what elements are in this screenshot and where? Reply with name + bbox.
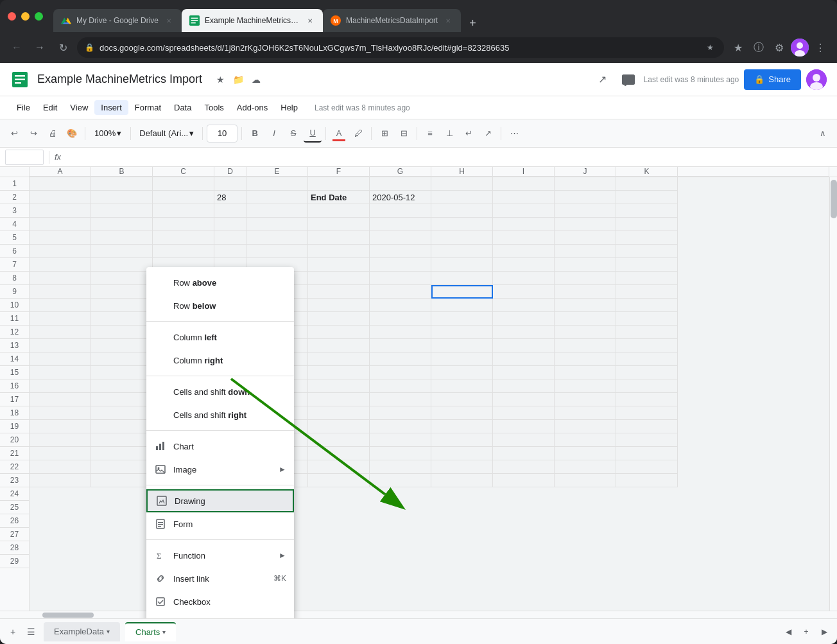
cell-a1[interactable] (30, 177, 91, 191)
col-header-h[interactable]: H (431, 167, 493, 177)
more-icon[interactable]: ⋮ (811, 39, 829, 57)
menu-option-form[interactable]: Form (146, 512, 294, 535)
row-header-9[interactable]: 9 (0, 285, 29, 299)
font-size-selector[interactable]: 10 (207, 125, 237, 143)
menu-option-cells-down[interactable]: Cells and shift down (146, 380, 294, 403)
cell-b2[interactable] (91, 191, 153, 204)
menu-option-col-right[interactable]: Column right (146, 349, 294, 372)
cell-b1[interactable] (91, 177, 153, 191)
add-sheet-button[interactable]: + (5, 624, 21, 640)
cell-f7[interactable] (308, 258, 370, 272)
cell-j5[interactable] (555, 231, 616, 245)
col-header-f[interactable]: F (308, 167, 370, 177)
undo-button[interactable]: ↩ (5, 125, 23, 143)
bookmark-icon[interactable]: ★ (703, 41, 716, 54)
cell-b7[interactable] (91, 258, 153, 272)
menu-option-comment[interactable]: Comment ⌘+Option+M (146, 613, 294, 618)
back-button[interactable]: ← (8, 39, 26, 57)
cell-f4[interactable] (308, 218, 370, 231)
h-scrollbar-thumb[interactable] (42, 613, 94, 618)
cell-c5[interactable] (153, 231, 214, 245)
font-selector[interactable]: Default (Ari... ▾ (135, 125, 198, 143)
cell-a7[interactable] (30, 258, 91, 272)
cell-e2[interactable] (246, 191, 308, 204)
row-header-7[interactable]: 7 (0, 258, 29, 272)
row-header-27[interactable]: 27 (0, 528, 29, 541)
cell-j9[interactable] (555, 285, 616, 299)
new-tab-button[interactable]: + (463, 14, 481, 32)
cell-d1[interactable] (214, 177, 246, 191)
cell-d2[interactable]: 28 (214, 191, 246, 204)
address-bar[interactable]: 🔒 docs.google.com/spreadsheets/d/1j8n2rK… (77, 37, 724, 58)
horizontal-scrollbar[interactable] (0, 611, 837, 618)
scrollbar-thumb[interactable] (831, 180, 837, 218)
row-header-14[interactable]: 14 (0, 352, 29, 366)
row-header-26[interactable]: 26 (0, 514, 29, 528)
cell-i2[interactable] (493, 191, 555, 204)
vertical-scrollbar[interactable] (829, 177, 837, 611)
halign-button[interactable]: ≡ (421, 125, 439, 143)
cell-h9[interactable] (431, 285, 493, 299)
cell-e3[interactable] (246, 204, 308, 218)
cell-k2[interactable] (616, 191, 678, 204)
row-header-20[interactable]: 20 (0, 433, 29, 447)
sheet-tab-charts-dropdown[interactable]: ▾ (162, 629, 166, 636)
cloud-icon[interactable]: ☁ (248, 72, 264, 87)
col-header-b[interactable]: B (91, 167, 153, 177)
cell-f5[interactable] (308, 231, 370, 245)
cell-h2[interactable] (431, 191, 493, 204)
menu-format[interactable]: Format (128, 100, 168, 115)
scroll-sheets-left[interactable]: ◀ (781, 624, 796, 640)
cell-i8[interactable] (493, 272, 555, 285)
cell-h7[interactable] (431, 258, 493, 272)
tab-close-mm[interactable]: ✕ (443, 15, 453, 26)
cell-i7[interactable] (493, 258, 555, 272)
cell-g4[interactable] (370, 218, 431, 231)
menu-option-chart[interactable]: Chart (146, 435, 294, 458)
tab-mm[interactable]: M MachineMetricsDataImport ✕ (323, 9, 461, 32)
cell-a6[interactable] (30, 245, 91, 258)
cell-j3[interactable] (555, 204, 616, 218)
cell-f2[interactable]: End Date (308, 191, 370, 204)
paint-format-button[interactable]: 🎨 (63, 125, 81, 143)
row-header-24[interactable]: 24 (0, 487, 29, 501)
bookmarks-icon[interactable]: ★ (729, 39, 747, 57)
cell-h8[interactable] (431, 272, 493, 285)
menu-option-col-left[interactable]: Column left (146, 326, 294, 349)
col-header-k[interactable]: K (616, 167, 678, 177)
cell-k7[interactable] (616, 258, 678, 272)
cell-k3[interactable] (616, 204, 678, 218)
strikethrough-button[interactable]: S (284, 125, 302, 143)
col-header-e[interactable]: E (246, 167, 308, 177)
cell-d5[interactable] (214, 231, 246, 245)
menu-tools[interactable]: Tools (198, 100, 230, 115)
cell-h5[interactable] (431, 231, 493, 245)
row-header-16[interactable]: 16 (0, 379, 29, 393)
cell-j6[interactable] (555, 245, 616, 258)
cell-j1[interactable] (555, 177, 616, 191)
bold-button[interactable]: B (246, 125, 264, 143)
cell-e1[interactable] (246, 177, 308, 191)
star-icon[interactable]: ★ (212, 72, 228, 87)
cell-c2[interactable] (153, 191, 214, 204)
cell-b5[interactable] (91, 231, 153, 245)
menu-help[interactable]: Help (274, 100, 304, 115)
more-formats-button[interactable]: ⋯ (505, 125, 523, 143)
cell-k4[interactable] (616, 218, 678, 231)
menu-option-row-above[interactable]: Row above (146, 271, 294, 294)
cell-f8[interactable] (308, 272, 370, 285)
tab-my-drive[interactable]: My Drive - Google Drive ✕ (53, 9, 182, 32)
merge-button[interactable]: ⊟ (395, 125, 413, 143)
col-header-d[interactable]: D (214, 167, 246, 177)
user-avatar[interactable] (806, 69, 827, 90)
row-header-28[interactable]: 28 (0, 541, 29, 555)
menu-option-image[interactable]: Image ► (146, 458, 294, 481)
cell-f3[interactable] (308, 204, 370, 218)
sheet-tab-exampledata-dropdown[interactable]: ▾ (107, 628, 110, 635)
row-header-18[interactable]: 18 (0, 406, 29, 420)
extensions-icon[interactable]: ⚙ (770, 39, 788, 57)
row-header-3[interactable]: 3 (0, 204, 29, 218)
row-header-17[interactable]: 17 (0, 393, 29, 406)
row-header-15[interactable]: 15 (0, 366, 29, 379)
share-button[interactable]: 🔒 Share (744, 69, 801, 90)
